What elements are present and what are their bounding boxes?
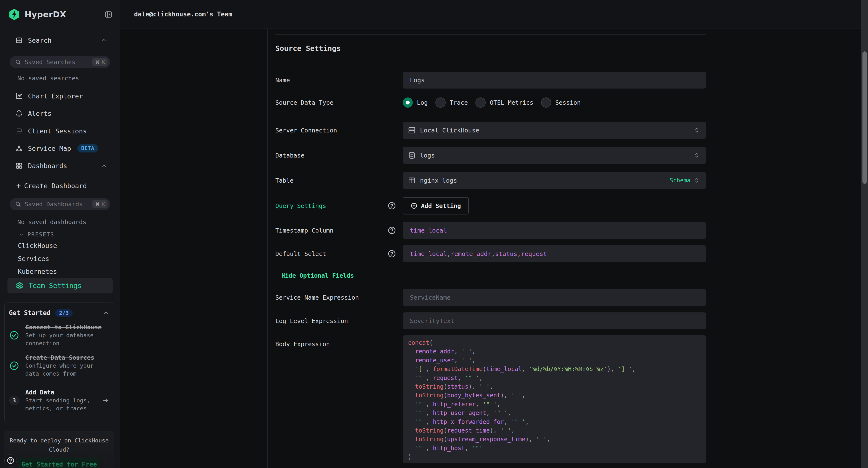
step-title: Add Data [25, 389, 54, 396]
sidebar-item-label: Alerts [28, 110, 52, 117]
radio-option-log[interactable]: Log [403, 97, 428, 108]
chevron-up-icon [103, 310, 109, 316]
get-started-step-2[interactable]: Create Data SourcesConfigure where yourd… [9, 353, 109, 378]
sidebar-item-chart-explorer[interactable]: Chart Explorer [0, 91, 120, 101]
radio-option-trace[interactable]: Trace [435, 97, 468, 108]
get-started-step-3[interactable]: 3Add DataStart sending logs,metrics, or … [9, 388, 109, 412]
body-expression-editor[interactable]: concat( remote_addr, ' ', remote_user, '… [403, 335, 706, 463]
saved-dashboards-searchbox[interactable]: ⌘ K [10, 198, 111, 210]
sidebar-item-team-settings[interactable]: Team Settings [7, 278, 113, 293]
preset-kubernetes[interactable]: Kubernetes [18, 267, 57, 276]
radio-circle[interactable] [475, 97, 486, 108]
get-started-step-1[interactable]: Connect to ClickHouseSet up your databas… [9, 323, 109, 347]
form-row-service-name: Service Name Expression [275, 289, 706, 306]
radio-label: Session [555, 99, 581, 106]
sidebar-item-label: Client Sessions [28, 127, 87, 135]
plus-icon [16, 183, 22, 189]
service-name-field[interactable] [403, 289, 706, 306]
log-level-input[interactable] [410, 317, 700, 324]
left-panel [120, 29, 268, 468]
preset-clickhouse[interactable]: ClickHouse [18, 241, 57, 250]
default-select-label: Default Select [275, 251, 326, 257]
bell-icon [16, 110, 23, 117]
chevron-up-icon [101, 37, 107, 43]
form-row-name: Name [275, 71, 706, 89]
hyperdx-logo-icon [9, 8, 20, 21]
plus-circle-icon [410, 202, 417, 209]
main-content: Source Settings Name Source Data Type Lo… [120, 29, 861, 468]
chart-icon [16, 92, 23, 99]
select-chevrons-icon [693, 152, 700, 159]
name-input[interactable] [410, 77, 700, 84]
default-select-field[interactable]: time_local, remote_addr, status, request [403, 245, 706, 262]
code-line: toString(upstream_response_time), ' ', [408, 435, 706, 444]
step-number-badge: 3 [9, 396, 19, 405]
form-row-server-connection: Server Connection Local ClickHouse [275, 122, 706, 139]
get-started-header[interactable]: Get Started 2/3 [9, 308, 109, 318]
form-row-body-expression: Body Expression concat( remote_addr, ' '… [275, 335, 706, 463]
help-circle-icon[interactable] [388, 226, 396, 235]
name-label: Name [275, 77, 290, 84]
search-icon [15, 201, 21, 207]
team-title: dale@clickhouse.com's Team [134, 10, 232, 18]
server-connection-select[interactable]: Local ClickHouse [403, 122, 706, 139]
help-circle-icon[interactable] [388, 250, 396, 258]
code-line: '"', http_host, '"' [408, 444, 706, 452]
logo-row: HyperDX [9, 7, 113, 22]
sidebar-collapse-icon[interactable] [104, 10, 113, 19]
step-description: Start sending logs,metrics, or traces [25, 397, 90, 412]
graph-icon [16, 145, 23, 152]
timestamp-column-field[interactable]: time_local [403, 222, 706, 239]
presets-label: PRESETS [28, 231, 54, 238]
source-settings-panel: Source Settings Name Source Data Type Lo… [268, 29, 714, 468]
radio-option-otel-metrics[interactable]: OTEL Metrics [475, 97, 533, 108]
preset-services[interactable]: Services [18, 254, 49, 263]
get-started-title: Get Started [9, 309, 51, 317]
get-started-card: Get Started 2/3 Connect to ClickHouseSet… [4, 302, 113, 422]
presets-toggle[interactable]: PRESETS [19, 231, 54, 238]
radio-circle[interactable] [403, 97, 413, 108]
chevron-down-icon [19, 232, 24, 237]
saved-dashboards-input[interactable] [25, 201, 92, 208]
table-select[interactable]: nginx_logs Schema [403, 172, 706, 189]
sidebar-item-client-sessions[interactable]: Client Sessions [0, 126, 120, 136]
radio-label: Log [417, 99, 428, 106]
table-icon [408, 177, 416, 184]
form-row-timestamp-column: Timestamp Column time_local [275, 222, 706, 239]
timestamp-column-value: time_local [410, 227, 447, 234]
code-line: '"', http_referer, '" ', [408, 400, 706, 409]
sidebar-item-service-map[interactable]: Service MapBETA [0, 143, 120, 154]
name-field[interactable] [403, 71, 706, 89]
help-button[interactable] [4, 454, 17, 467]
saved-searches-searchbox[interactable]: ⌘ K [10, 56, 111, 68]
layout-icon [16, 37, 23, 44]
schema-link[interactable]: Schema [670, 177, 690, 184]
database-select[interactable]: logs [403, 147, 706, 164]
create-dashboard-button[interactable]: Create Dashboard [0, 180, 120, 191]
hide-optional-fields-link[interactable]: Hide Optional Fields [281, 271, 354, 280]
get-started-free-button[interactable]: Get Started for Free [18, 458, 100, 468]
radio-circle[interactable] [541, 97, 551, 108]
radio-circle[interactable] [435, 97, 445, 108]
scrollbar-thumb[interactable] [863, 51, 867, 184]
form-row-source-data-type: Source Data Type LogTraceOTEL MetricsSes… [275, 94, 706, 111]
code-line: toString(request_time), ' ', [408, 426, 706, 435]
help-circle-icon[interactable] [388, 201, 396, 210]
kbd-shortcut: ⌘ K [92, 200, 107, 208]
check-circle-icon [9, 361, 19, 371]
code-line: toString(body_bytes_sent), ' ', [408, 391, 706, 400]
sidebar-item-dashboards[interactable]: Dashboards [0, 160, 120, 171]
step-description: Configure where yourdata comes from [25, 362, 94, 378]
sidebar-item-alerts[interactable]: Alerts [0, 108, 120, 119]
log-level-field[interactable] [403, 313, 706, 329]
sidebar-item-search[interactable]: Search [0, 35, 120, 46]
add-setting-button[interactable]: Add Setting [403, 197, 469, 214]
radio-option-session[interactable]: Session [541, 97, 581, 108]
service-name-input[interactable] [410, 294, 700, 301]
source-data-type-label: Source Data Type [275, 99, 334, 106]
code-line: toString(status), ' ', [408, 382, 706, 391]
check-circle-icon [9, 330, 19, 340]
saved-searches-input[interactable] [25, 59, 92, 66]
code-line: remote_addr, ' ', [408, 347, 706, 356]
app-title: HyperDX [25, 10, 66, 19]
